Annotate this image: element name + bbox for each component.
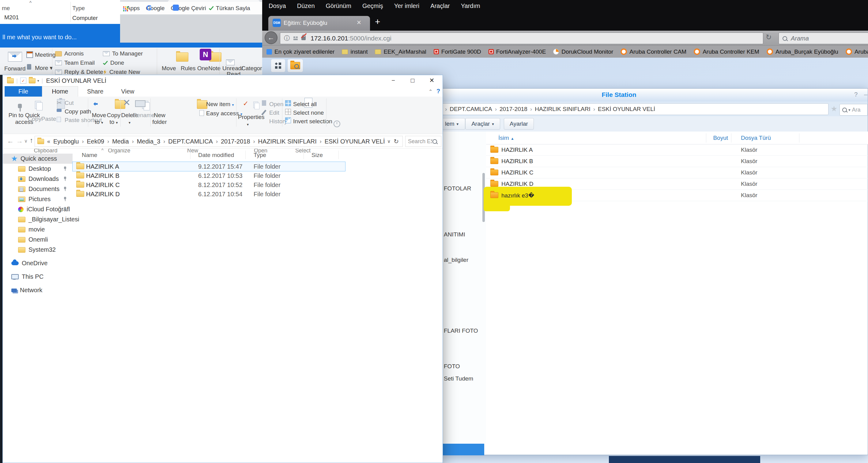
qat-dropdown-icon[interactable]: ▾	[37, 79, 39, 83]
edit-button[interactable]: Edit	[269, 110, 279, 116]
menu-item[interactable]: Geçmiş	[362, 2, 383, 9]
menu-item[interactable]: Araçlar	[430, 2, 450, 9]
bookmark-item[interactable]: En çok ziyaret edilenler	[267, 49, 335, 55]
fs-breadcrumb[interactable]: › DEPT.CAMLICA › 2017-2018 › HAZIRLIK SI…	[442, 103, 829, 115]
breadcrumb-item[interactable]: HAZIRLIK SINIFLARI ›	[258, 138, 325, 145]
quick-step[interactable]: To Manager	[103, 49, 143, 58]
fs-file-row[interactable]: HAZIRLIK C Klasör 08.12.2017	[486, 167, 868, 178]
breadcrumb-item[interactable]: › 2017-2018	[492, 106, 527, 113]
tree-item-fragment[interactable]: ANITIMI	[444, 231, 465, 238]
column-header-name[interactable]: me	[2, 5, 10, 12]
tab-view[interactable]: View	[113, 86, 143, 96]
menu-item[interactable]: Yer imleri	[394, 2, 420, 9]
properties-button[interactable]: Properties▾	[238, 114, 257, 127]
fs-folder-tree[interactable]: FOTOLARANITIMIal_bilgilerFLARI FOTOFOTOS…	[441, 132, 486, 443]
tree-item-fragment[interactable]: FLARI FOTO	[444, 327, 478, 334]
header-size[interactable]: Boyut	[701, 135, 728, 141]
file-row[interactable]: HAZIRLIK C 8.12.2017 10:52 File folder	[72, 180, 443, 190]
column-header-type[interactable]: Type	[72, 5, 85, 12]
easy-access-button[interactable]: Easy access ▾	[206, 110, 242, 117]
menu-item[interactable]: Yardım	[461, 2, 480, 9]
nav-back-icon[interactable]: ←	[7, 137, 14, 145]
breadcrumb-item[interactable]: Media ›	[112, 138, 136, 145]
meeting-button[interactable]: Meeting	[35, 52, 56, 58]
sidebar-item[interactable]: _Bilgisayar_Listesi	[3, 214, 72, 225]
qat-properties-icon[interactable]: ✓	[20, 78, 26, 84]
header-type[interactable]: Type	[254, 152, 266, 158]
bookmark-item[interactable]: instant	[342, 49, 368, 55]
new-tab-button[interactable]: +	[375, 17, 380, 27]
tree-selected-item[interactable]	[441, 444, 484, 455]
tools-button[interactable]: Araçlar▾	[465, 118, 500, 130]
quick-step[interactable]: Reply & Delete	[55, 67, 103, 75]
file-row[interactable]: HAZIRLIK D 6.12.2017 10:54 File folder	[72, 190, 443, 199]
translate-icon[interactable]	[173, 5, 179, 11]
breadcrumb-item[interactable]: Eyuboglu ›	[53, 138, 87, 145]
breadcrumb-item[interactable]: › HAZIRLIK SINIFLARI	[527, 106, 590, 113]
address-field[interactable]: « Eyuboglu › Eek09 › Media › Media	[35, 136, 403, 147]
bookmark-item[interactable]: Aruba Controller KEM	[694, 49, 759, 55]
tab-file[interactable]: File	[5, 86, 42, 96]
copy-to-button[interactable]: Copyto ▾	[104, 112, 123, 125]
explorer-titlebar[interactable]: | ✓ ▾ | ESKİ OYUNLAR VELİ − □ ✕	[3, 75, 442, 86]
header-size[interactable]: Size	[311, 152, 323, 158]
minimize-button[interactable]: −	[387, 76, 400, 85]
help-icon[interactable]: ?	[854, 91, 858, 98]
collapse-ribbon-icon[interactable]: ⌃	[429, 89, 432, 94]
dsm-file-station-shortcut[interactable]	[287, 59, 303, 73]
dsm-main-menu-button[interactable]	[271, 59, 285, 73]
breadcrumb-item[interactable]: › ESKİ OYUNLAR VELİ	[590, 106, 655, 113]
breadcrumb-item[interactable]: DEPT.CAMLICA ›	[168, 138, 221, 145]
sidebar-item[interactable]: Quick access	[3, 154, 72, 164]
quick-step[interactable]: Create New	[103, 67, 143, 75]
tellme-bar[interactable]: ll me what you want to do...	[0, 30, 120, 48]
menu-item[interactable]: Görünüm	[326, 2, 351, 9]
tree-item-fragment[interactable]: al_bilgiler	[444, 257, 468, 263]
tab-close-icon[interactable]: ✕	[356, 19, 362, 26]
file-row[interactable]: HAZIRLIK B 6.12.2017 10:53 File folder	[72, 171, 443, 180]
overflow-chevrons-icon[interactable]: «	[47, 138, 50, 145]
breadcrumb-item[interactable]: › DEPT.CAMLICA	[442, 106, 492, 113]
categorize-button[interactable]: Categorize	[241, 65, 262, 72]
file-station-header[interactable]: File Station ? ‒	[441, 89, 868, 102]
tab-home[interactable]: Home	[42, 86, 78, 96]
header-type[interactable]: Dosya Türü	[741, 135, 771, 141]
file-row[interactable]: HAZIRLIK A 9.12.2017 15:47 File folder	[72, 162, 345, 171]
chrome-bookmark[interactable]: Türkan Sayla	[209, 5, 250, 12]
sidebar-item[interactable]: This PC	[3, 272, 72, 282]
history-button[interactable]: History	[269, 118, 287, 125]
info-icon[interactable]: ⓘ	[284, 34, 290, 42]
fs-file-row[interactable]: HAZIRLIK A Klasör 09.12.2017	[486, 144, 868, 156]
settings-button[interactable]: Ayarlar	[504, 118, 534, 130]
address-dropdown-icon[interactable]: ∨	[387, 139, 391, 144]
menu-item[interactable]: Düzen	[297, 2, 315, 9]
qat-folder-icon[interactable]	[29, 78, 35, 83]
fs-file-row[interactable]: hazırlık e3� Klasör 08.12.2017	[486, 190, 868, 201]
chrome-bookmark[interactable]: Google	[143, 5, 164, 12]
fs-search-box[interactable]: ▾ Ara	[839, 104, 868, 116]
fs-file-row[interactable]: HAZIRLIK B Klasör 06.12.2017	[486, 156, 868, 167]
tab-share[interactable]: Share	[78, 86, 113, 96]
nav-forward-icon[interactable]: →	[16, 137, 23, 145]
copy-path-button[interactable]: Copy path	[65, 108, 91, 115]
back-button[interactable]: ←	[265, 31, 278, 44]
tree-item-fragment[interactable]: FOTO	[444, 363, 460, 370]
sidebar-item[interactable]: Desktop	[3, 164, 72, 174]
sidebar-item[interactable]: Network	[3, 285, 72, 295]
sidebar-item[interactable]: movie	[3, 225, 72, 235]
menu-item[interactable]: Dosya	[269, 2, 286, 9]
nav-history-icon[interactable]: ∨	[24, 138, 28, 144]
quick-step[interactable]: Done	[103, 58, 143, 67]
sidebar-item[interactable]: Downloads	[3, 174, 72, 184]
breadcrumb-item[interactable]: ESKİ OYUNLAR VELİ ›	[325, 138, 385, 145]
rules-button[interactable]: Rules	[181, 65, 196, 72]
insecure-lock-icon[interactable]	[301, 36, 306, 40]
nav-up-icon[interactable]: ↑	[30, 137, 33, 144]
extension-icon[interactable]	[293, 36, 298, 40]
refresh-icon[interactable]: ↻	[394, 138, 399, 145]
header-name[interactable]: Name	[82, 152, 97, 158]
more-button[interactable]: More ▾	[35, 64, 53, 71]
google-logo-icon[interactable]: G	[146, 4, 152, 12]
select-none-button[interactable]: Select none	[293, 110, 324, 116]
paste-button[interactable]: Paste	[39, 116, 58, 122]
